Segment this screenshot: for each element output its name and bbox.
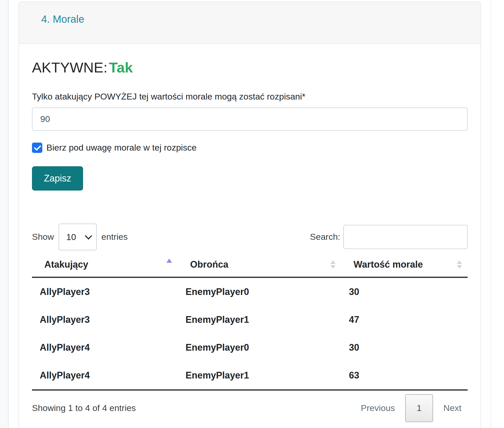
morale-value-cell: 63 [341,361,468,390]
sort-unsorted-icon [330,260,336,268]
attacker-cell: AllyPlayer3 [32,306,178,334]
threshold-label: Tylko atakujący POWYŻEJ tej wartości mor… [32,91,468,102]
table-header-row: Atakujący Obrońca Wartość morale [32,252,468,277]
column-header-attacker-label: Atakujący [44,259,88,270]
attacker-cell: AllyPlayer4 [32,334,178,361]
table-head: Atakujący Obrońca Wartość morale [32,252,468,277]
morale-value-cell: 47 [341,306,468,334]
column-header-morale-value[interactable]: Wartość morale [341,252,468,277]
search-input[interactable] [343,225,468,249]
sort-ascending-icon [166,259,172,263]
next-page-button[interactable]: Next [443,403,461,413]
previous-page-button[interactable]: Previous [361,403,395,413]
table-row: AllyPlayer4 EnemyPlayer1 63 [32,361,468,390]
attacker-cell: AllyPlayer4 [32,361,178,390]
table-row: AllyPlayer4 EnemyPlayer0 30 [32,334,468,361]
defender-cell: EnemyPlayer1 [178,306,341,334]
page-length-select[interactable]: 10 [59,224,97,250]
morale-card-header: 4. Morale [19,2,481,44]
morale-value-cell: 30 [341,277,468,306]
table-row: AllyPlayer3 EnemyPlayer1 47 [32,306,468,334]
page: 4. Morale AKTYWNE:Tak Tylko atakujący PO… [0,0,504,428]
column-header-morale-value-label: Wartość morale [354,259,423,270]
morale-value-cell: 30 [341,334,468,361]
threshold-input[interactable] [32,108,468,131]
search-label: Search: [310,232,340,242]
column-header-defender[interactable]: Obrońca [178,252,341,277]
show-label: Show [32,232,54,242]
table-row: AllyPlayer3 EnemyPlayer0 30 [32,277,468,306]
pagination: Previous 1 Next [361,394,461,422]
page-right-border [491,0,491,428]
sort-unsorted-icon [457,260,462,268]
morale-card: 4. Morale AKTYWNE:Tak Tylko atakujący PO… [19,2,481,428]
search-control: Search: [310,225,468,249]
morale-table: Atakujący Obrońca Wartość morale [32,252,468,391]
consider-morale-checkbox[interactable] [32,143,42,153]
page-length-control: Show 10 entries [32,224,128,250]
column-header-defender-label: Obrońca [190,259,228,270]
morale-checkbox-row: Bierz pod uwagę morale w tej rozpisce [32,143,468,153]
accordion-toggle-morale[interactable]: 4. Morale [41,13,84,25]
table-body: AllyPlayer3 EnemyPlayer0 30 AllyPlayer3 … [32,277,468,390]
current-page-button[interactable]: 1 [405,394,433,422]
consider-morale-checkbox-label[interactable]: Bierz pod uwagę morale w tej rozpisce [46,143,197,153]
page-length-select-wrap: 10 [59,224,97,250]
defender-cell: EnemyPlayer1 [178,361,341,390]
entries-label: entries [101,232,128,242]
active-status-value: Tak [109,59,133,76]
active-status-label: AKTYWNE: [32,59,107,76]
defender-cell: EnemyPlayer0 [178,334,341,361]
datatable-footer: Showing 1 to 4 of 4 entries Previous 1 N… [32,394,468,422]
save-button[interactable]: Zapisz [32,166,83,191]
morale-card-body: AKTYWNE:Tak Tylko atakujący POWYŻEJ tej … [19,60,481,422]
datatable-controls: Show 10 entries Search: [32,224,468,250]
defender-cell: EnemyPlayer0 [178,277,341,306]
column-header-attacker[interactable]: Atakujący [32,252,178,277]
active-status-heading: AKTYWNE:Tak [32,60,468,75]
page-left-gutter [0,0,9,428]
attacker-cell: AllyPlayer3 [32,277,178,306]
table-info: Showing 1 to 4 of 4 entries [32,403,136,413]
